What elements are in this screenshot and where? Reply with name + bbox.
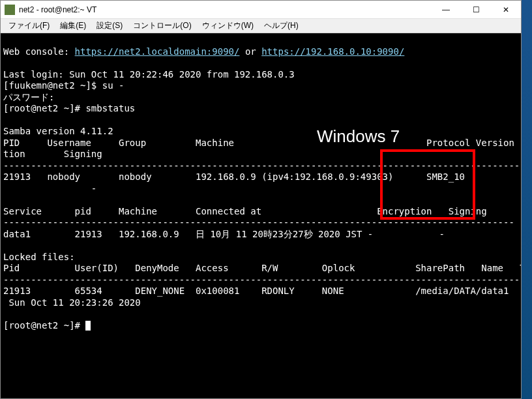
app-icon — [5, 5, 15, 15]
terminal-body[interactable]: Web console: https://net2.localdomain:90… — [1, 33, 521, 398]
window-title: net2 - root@net2:~ VT — [19, 5, 431, 14]
terminal-line-header: Pid User(ID) DenyMode Access R/W Oplock … — [3, 263, 521, 273]
web-console-link-local[interactable]: https://net2.localdomain:9090/ — [75, 46, 240, 57]
menubar: ファイル(F) 編集(E) 設定(S) コントロール(O) ウィンドウ(W) ヘ… — [1, 19, 521, 33]
titlebar[interactable]: net2 - root@net2:~ VT — ☐ ✕ — [1, 1, 521, 19]
maximize-button[interactable]: ☐ — [461, 1, 491, 19]
terminal-line-row: data1 21913 192.168.0.9 日 10月 11 20時23分2… — [3, 229, 445, 239]
terminal-line-header: PID Username Group Machine Protocol Vers… — [3, 138, 521, 148]
close-button[interactable]: ✕ — [491, 1, 521, 19]
menu-settings[interactable]: 設定(S) — [91, 19, 128, 33]
terminal-line-version: Samba version 4.11.2 — [3, 126, 113, 136]
cursor-icon — [85, 321, 91, 331]
terminal-line-header: Service pid Machine Connected at Encrypt… — [3, 206, 487, 216]
terminal-line-row: Sun Oct 11 20:23:26 2020 — [3, 297, 141, 308]
terminal-line-divider: ----------------------------------------… — [3, 160, 521, 171]
menu-window[interactable]: ウィンドウ(W) — [197, 19, 259, 33]
terminal-line-lastlogin: Last login: Sun Oct 11 20:22:46 2020 fro… — [3, 69, 295, 80]
terminal-line-divider: ----------------------------------------… — [3, 217, 514, 228]
terminal-line-su: [fuukemn@net2 ~]$ su - — [3, 80, 124, 91]
terminal-line-row: - — [3, 183, 96, 194]
web-console-link-ip[interactable]: https://192.168.0.10:9090/ — [261, 46, 404, 57]
vt-terminal-window: net2 - root@net2:~ VT — ☐ ✕ ファイル(F) 編集(E… — [0, 0, 522, 399]
terminal-line-locked: Locked files: — [3, 252, 75, 262]
terminal-line-divider: ----------------------------------------… — [3, 274, 521, 285]
terminal-line-password: パスワード: — [3, 92, 54, 102]
menu-file[interactable]: ファイル(F) — [3, 19, 55, 33]
terminal-line-smbstatus: [root@net2 ~]# smbstatus — [3, 103, 135, 113]
terminal-line-row: 21913 65534 DENY_NONE 0x100081 RDONLY NO… — [3, 286, 521, 296]
menu-help[interactable]: ヘルプ(H) — [259, 19, 304, 33]
terminal-line-header: tion Signing — [3, 149, 102, 159]
terminal-line-row: 21913 nobody nobody 192.168.0.9 (ipv4:19… — [3, 171, 521, 182]
window-controls: — ☐ ✕ — [431, 1, 521, 19]
menu-edit[interactable]: 編集(E) — [55, 19, 91, 33]
terminal-prompt: [root@net2 ~]# — [3, 320, 91, 331]
menu-control[interactable]: コントロール(O) — [128, 19, 196, 33]
terminal-line: Web console: https://net2.localdomain:90… — [3, 46, 404, 57]
minimize-button[interactable]: — — [431, 1, 461, 19]
